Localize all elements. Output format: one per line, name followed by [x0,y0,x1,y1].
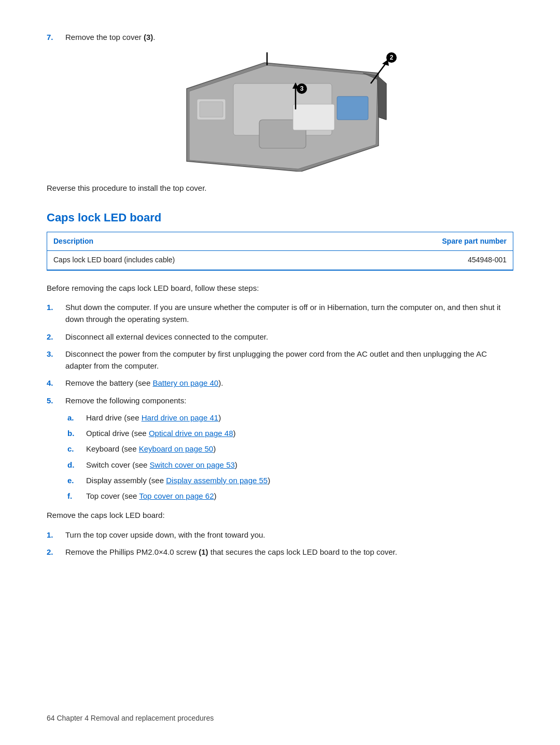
prereq-step-3: 3. Disconnect the power from the compute… [47,348,513,372]
keyboard-link[interactable]: Keyboard on page 50 [139,444,213,453]
sub-step-f-content: Top cover (see Top cover on page 62) [86,490,217,502]
table-data-row: Caps lock LED board (includes cable) 454… [47,251,513,270]
sub-step-b: b. Optical drive (see Optical drive on p… [67,427,513,439]
svg-rect-9 [337,96,368,120]
table-cell-part-1: 454948-001 [356,255,507,266]
sub-step-a: a. Hard drive (see Hard drive on page 41… [67,412,513,424]
svg-text:3: 3 [300,85,304,92]
prereq-step-3-content: Disconnect the power from the computer b… [65,348,513,372]
table-cell-desc-1: Caps lock LED board (includes cable) [53,255,356,266]
svg-rect-7 [200,102,223,117]
step-7-content: Remove the top cover (3). [65,31,513,43]
sub-step-d: d. Switch cover (see Switch cover on pag… [67,459,513,471]
switch-cover-link[interactable]: Switch cover on page 53 [150,460,235,469]
prereq-step-2: 2. Disconnect all external devices conne… [47,331,513,343]
remove-step-2-num: 2. [47,546,65,558]
optical-drive-link[interactable]: Optical drive on page 48 [149,429,233,438]
prereq-step-1-content: Shut down the computer. If you are unsur… [65,301,513,326]
display-assembly-link[interactable]: Display assembly on page 55 [166,476,268,485]
remove-step-2-content: Remove the Phillips PM2.0×4.0 screw (1) … [65,546,513,558]
prereq-step-1: 1. Shut down the computer. If you are un… [47,301,513,326]
sub-step-e-content: Display assembly (see Display assembly o… [86,474,270,486]
section-title: Caps lock LED board [47,209,513,227]
svg-marker-3 [377,76,386,120]
remove-label: Remove the caps lock LED board: [47,509,513,521]
prereq-step-5-content: Remove the following components: [65,395,513,406]
hard-drive-link[interactable]: Hard drive on page 41 [142,413,218,422]
sub-step-c-label: c. [67,443,86,455]
remove-step-2: 2. Remove the Phillips PM2.0×4.0 screw (… [47,546,513,558]
sub-step-d-content: Switch cover (see Switch cover on page 5… [86,459,237,471]
sub-step-b-content: Optical drive (see Optical drive on page… [86,427,236,439]
battery-link[interactable]: Battery on page 40 [152,378,218,387]
step-7: 7. Remove the top cover (3). [47,31,513,43]
prereq-step-4-content: Remove the battery (see Battery on page … [65,377,513,389]
sub-step-e-label: e. [67,474,86,486]
reverse-procedure-text: Reverse this procedure to install the to… [47,182,513,194]
top-cover-link[interactable]: Top cover on page 62 [139,491,214,500]
svg-rect-8 [293,104,334,130]
prereq-step-4-num: 4. [47,377,65,389]
sub-step-d-label: d. [67,459,86,471]
table-header-row: Description Spare part number [47,232,513,251]
step-7-num: 7. [47,31,65,43]
sub-step-c-content: Keyboard (see Keyboard on page 50) [86,443,216,455]
sub-step-b-label: b. [67,427,86,439]
remove-step-1: 1. Turn the top cover upside down, with … [47,529,513,541]
laptop-diagram: 1 2 3 [161,52,399,172]
prereq-step-5-num: 5. [47,395,65,406]
page-footer: 64 Chapter 4 Removal and replacement pro… [47,713,214,724]
table-col-description: Description [53,236,356,247]
svg-text:2: 2 [390,54,394,61]
prereq-step-5: 5. Remove the following components: [47,395,513,406]
sub-step-e: e. Display assembly (see Display assembl… [67,474,513,486]
sub-step-a-content: Hard drive (see Hard drive on page 41) [86,412,221,424]
remove-step-1-num: 1. [47,529,65,541]
before-removing-text: Before removing the caps lock LED board,… [47,282,513,294]
spare-parts-table: Description Spare part number Caps lock … [47,232,513,271]
remove-step-1-content: Turn the top cover upside down, with the… [65,529,513,541]
prereq-step-1-num: 1. [47,301,65,326]
sub-step-a-label: a. [67,412,86,424]
prereq-step-2-content: Disconnect all external devices connecte… [65,331,513,343]
sub-step-c: c. Keyboard (see Keyboard on page 50) [67,443,513,455]
sub-step-f: f. Top cover (see Top cover on page 62) [67,490,513,502]
laptop-image-container: 1 2 3 [47,52,513,172]
prereq-step-3-num: 3. [47,348,65,372]
sub-step-f-label: f. [67,490,86,502]
table-col-spare-part: Spare part number [356,236,507,247]
prereq-step-4: 4. Remove the battery (see Battery on pa… [47,377,513,389]
prereq-step-2-num: 2. [47,331,65,343]
